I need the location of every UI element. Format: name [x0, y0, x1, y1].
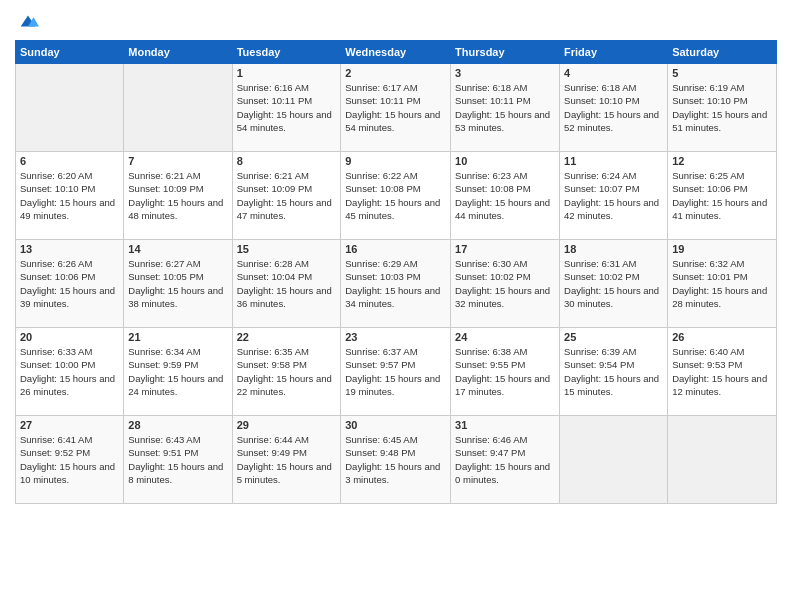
day-number: 14 [128, 243, 227, 255]
day-number: 9 [345, 155, 446, 167]
day-number: 6 [20, 155, 119, 167]
day-info: Sunrise: 6:37 AM Sunset: 9:57 PM Dayligh… [345, 345, 446, 398]
day-info: Sunrise: 6:23 AM Sunset: 10:08 PM Daylig… [455, 169, 555, 222]
weekday-header: Thursday [451, 41, 560, 64]
page: SundayMondayTuesdayWednesdayThursdayFrid… [0, 0, 792, 612]
day-number: 21 [128, 331, 227, 343]
logo-icon [17, 10, 39, 32]
day-number: 20 [20, 331, 119, 343]
calendar-cell: 21Sunrise: 6:34 AM Sunset: 9:59 PM Dayli… [124, 328, 232, 416]
day-info: Sunrise: 6:41 AM Sunset: 9:52 PM Dayligh… [20, 433, 119, 486]
day-info: Sunrise: 6:17 AM Sunset: 10:11 PM Daylig… [345, 81, 446, 134]
day-number: 13 [20, 243, 119, 255]
calendar-cell: 31Sunrise: 6:46 AM Sunset: 9:47 PM Dayli… [451, 416, 560, 504]
calendar-cell: 25Sunrise: 6:39 AM Sunset: 9:54 PM Dayli… [560, 328, 668, 416]
calendar-cell: 12Sunrise: 6:25 AM Sunset: 10:06 PM Dayl… [668, 152, 777, 240]
calendar-body: 1Sunrise: 6:16 AM Sunset: 10:11 PM Dayli… [16, 64, 777, 504]
day-info: Sunrise: 6:21 AM Sunset: 10:09 PM Daylig… [128, 169, 227, 222]
calendar-cell: 10Sunrise: 6:23 AM Sunset: 10:08 PM Dayl… [451, 152, 560, 240]
calendar-week-row: 13Sunrise: 6:26 AM Sunset: 10:06 PM Dayl… [16, 240, 777, 328]
day-info: Sunrise: 6:27 AM Sunset: 10:05 PM Daylig… [128, 257, 227, 310]
weekday-header: Monday [124, 41, 232, 64]
day-number: 12 [672, 155, 772, 167]
day-info: Sunrise: 6:22 AM Sunset: 10:08 PM Daylig… [345, 169, 446, 222]
day-info: Sunrise: 6:19 AM Sunset: 10:10 PM Daylig… [672, 81, 772, 134]
weekday-header: Wednesday [341, 41, 451, 64]
calendar-cell [668, 416, 777, 504]
calendar-cell [560, 416, 668, 504]
day-info: Sunrise: 6:29 AM Sunset: 10:03 PM Daylig… [345, 257, 446, 310]
day-number: 23 [345, 331, 446, 343]
day-number: 27 [20, 419, 119, 431]
day-info: Sunrise: 6:38 AM Sunset: 9:55 PM Dayligh… [455, 345, 555, 398]
day-number: 3 [455, 67, 555, 79]
calendar-cell: 23Sunrise: 6:37 AM Sunset: 9:57 PM Dayli… [341, 328, 451, 416]
day-info: Sunrise: 6:40 AM Sunset: 9:53 PM Dayligh… [672, 345, 772, 398]
weekday-header: Saturday [668, 41, 777, 64]
calendar-cell: 9Sunrise: 6:22 AM Sunset: 10:08 PM Dayli… [341, 152, 451, 240]
day-info: Sunrise: 6:44 AM Sunset: 9:49 PM Dayligh… [237, 433, 337, 486]
day-number: 2 [345, 67, 446, 79]
day-number: 31 [455, 419, 555, 431]
day-info: Sunrise: 6:21 AM Sunset: 10:09 PM Daylig… [237, 169, 337, 222]
logo [15, 10, 39, 32]
day-info: Sunrise: 6:26 AM Sunset: 10:06 PM Daylig… [20, 257, 119, 310]
calendar-cell: 18Sunrise: 6:31 AM Sunset: 10:02 PM Dayl… [560, 240, 668, 328]
day-info: Sunrise: 6:18 AM Sunset: 10:11 PM Daylig… [455, 81, 555, 134]
calendar-cell: 17Sunrise: 6:30 AM Sunset: 10:02 PM Dayl… [451, 240, 560, 328]
day-number: 30 [345, 419, 446, 431]
calendar-cell: 3Sunrise: 6:18 AM Sunset: 10:11 PM Dayli… [451, 64, 560, 152]
day-number: 18 [564, 243, 663, 255]
calendar-cell: 19Sunrise: 6:32 AM Sunset: 10:01 PM Dayl… [668, 240, 777, 328]
calendar-cell: 4Sunrise: 6:18 AM Sunset: 10:10 PM Dayli… [560, 64, 668, 152]
day-number: 28 [128, 419, 227, 431]
day-info: Sunrise: 6:25 AM Sunset: 10:06 PM Daylig… [672, 169, 772, 222]
weekday-header: Sunday [16, 41, 124, 64]
calendar-header-row: SundayMondayTuesdayWednesdayThursdayFrid… [16, 41, 777, 64]
day-number: 25 [564, 331, 663, 343]
header [15, 10, 777, 32]
calendar-week-row: 20Sunrise: 6:33 AM Sunset: 10:00 PM Dayl… [16, 328, 777, 416]
day-number: 8 [237, 155, 337, 167]
day-number: 7 [128, 155, 227, 167]
day-info: Sunrise: 6:16 AM Sunset: 10:11 PM Daylig… [237, 81, 337, 134]
calendar-week-row: 1Sunrise: 6:16 AM Sunset: 10:11 PM Dayli… [16, 64, 777, 152]
calendar-week-row: 6Sunrise: 6:20 AM Sunset: 10:10 PM Dayli… [16, 152, 777, 240]
calendar-cell: 26Sunrise: 6:40 AM Sunset: 9:53 PM Dayli… [668, 328, 777, 416]
day-number: 4 [564, 67, 663, 79]
day-number: 15 [237, 243, 337, 255]
day-number: 1 [237, 67, 337, 79]
day-info: Sunrise: 6:45 AM Sunset: 9:48 PM Dayligh… [345, 433, 446, 486]
calendar-cell: 14Sunrise: 6:27 AM Sunset: 10:05 PM Dayl… [124, 240, 232, 328]
day-info: Sunrise: 6:28 AM Sunset: 10:04 PM Daylig… [237, 257, 337, 310]
day-info: Sunrise: 6:43 AM Sunset: 9:51 PM Dayligh… [128, 433, 227, 486]
calendar-cell: 15Sunrise: 6:28 AM Sunset: 10:04 PM Dayl… [232, 240, 341, 328]
calendar-cell: 6Sunrise: 6:20 AM Sunset: 10:10 PM Dayli… [16, 152, 124, 240]
day-number: 24 [455, 331, 555, 343]
calendar-cell: 7Sunrise: 6:21 AM Sunset: 10:09 PM Dayli… [124, 152, 232, 240]
calendar-cell [124, 64, 232, 152]
day-info: Sunrise: 6:30 AM Sunset: 10:02 PM Daylig… [455, 257, 555, 310]
weekday-header: Friday [560, 41, 668, 64]
calendar-cell: 22Sunrise: 6:35 AM Sunset: 9:58 PM Dayli… [232, 328, 341, 416]
calendar-cell: 1Sunrise: 6:16 AM Sunset: 10:11 PM Dayli… [232, 64, 341, 152]
day-number: 26 [672, 331, 772, 343]
day-info: Sunrise: 6:39 AM Sunset: 9:54 PM Dayligh… [564, 345, 663, 398]
day-number: 22 [237, 331, 337, 343]
day-number: 17 [455, 243, 555, 255]
day-info: Sunrise: 6:32 AM Sunset: 10:01 PM Daylig… [672, 257, 772, 310]
calendar-cell: 2Sunrise: 6:17 AM Sunset: 10:11 PM Dayli… [341, 64, 451, 152]
day-info: Sunrise: 6:34 AM Sunset: 9:59 PM Dayligh… [128, 345, 227, 398]
day-info: Sunrise: 6:31 AM Sunset: 10:02 PM Daylig… [564, 257, 663, 310]
calendar-cell: 8Sunrise: 6:21 AM Sunset: 10:09 PM Dayli… [232, 152, 341, 240]
calendar-cell: 27Sunrise: 6:41 AM Sunset: 9:52 PM Dayli… [16, 416, 124, 504]
calendar-cell: 24Sunrise: 6:38 AM Sunset: 9:55 PM Dayli… [451, 328, 560, 416]
day-number: 10 [455, 155, 555, 167]
day-info: Sunrise: 6:18 AM Sunset: 10:10 PM Daylig… [564, 81, 663, 134]
calendar-cell: 28Sunrise: 6:43 AM Sunset: 9:51 PM Dayli… [124, 416, 232, 504]
day-info: Sunrise: 6:24 AM Sunset: 10:07 PM Daylig… [564, 169, 663, 222]
weekday-header: Tuesday [232, 41, 341, 64]
calendar-cell: 30Sunrise: 6:45 AM Sunset: 9:48 PM Dayli… [341, 416, 451, 504]
day-number: 11 [564, 155, 663, 167]
day-info: Sunrise: 6:35 AM Sunset: 9:58 PM Dayligh… [237, 345, 337, 398]
